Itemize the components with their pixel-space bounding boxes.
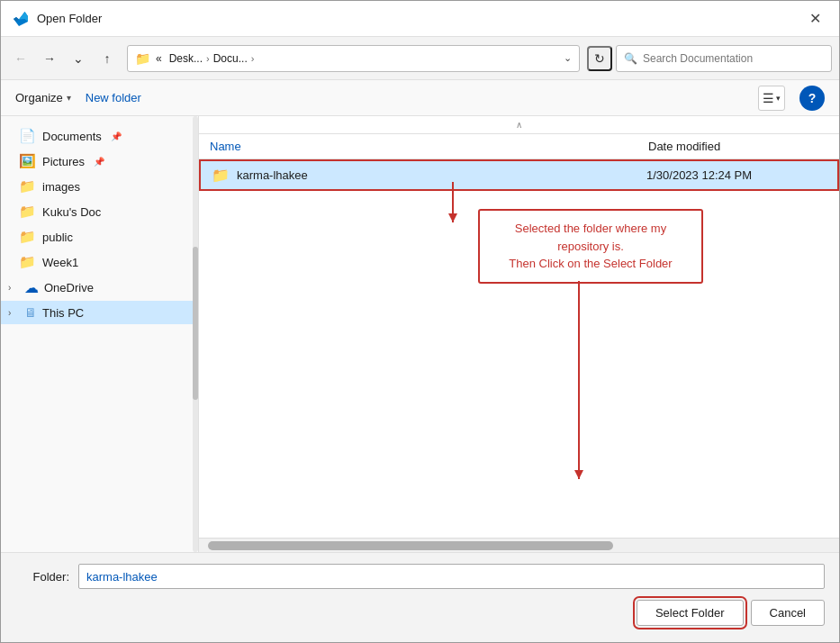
open-folder-dialog: Open Folder ✕ ← → ⌄ ↑ 📁 « Desk... › Docu…: [0, 0, 840, 643]
svg-marker-3: [574, 470, 583, 479]
onedrive-chevron-icon: ›: [8, 283, 19, 293]
column-headers: Name Date modified: [199, 134, 839, 159]
folder-icon-karma: 📁: [212, 167, 230, 184]
search-input[interactable]: [643, 52, 824, 65]
annotation-text-line1: Selected the folder where my repository …: [515, 222, 666, 253]
breadcrumb[interactable]: 📁 « Desk... › Docu... › ⌄: [127, 45, 580, 72]
folder-icon-kukusdoc: 📁: [19, 204, 35, 220]
back-button[interactable]: ←: [8, 46, 33, 71]
breadcrumb-docu: Docu...: [213, 52, 248, 65]
cancel-button[interactable]: Cancel: [751, 600, 825, 626]
column-name-header[interactable]: Name: [210, 140, 648, 153]
breadcrumb-folder-icon: 📁: [135, 51, 150, 66]
file-list: 📁 karma-lhakee 1/30/2023 12:24 PM Select…: [199, 159, 839, 538]
sidebar-item-label-documents: Documents: [42, 130, 102, 143]
view-button[interactable]: ☰ ▾: [758, 86, 785, 111]
breadcrumb-part-1: «: [156, 52, 162, 65]
horizontal-scrollbar[interactable]: [199, 538, 839, 552]
sidebar-item-label-pictures: Pictures: [42, 155, 85, 168]
search-icon: 🔍: [624, 52, 637, 65]
sidebar-item-images[interactable]: 📁 images: [1, 174, 198, 199]
annotation-callout: Selected the folder where my repository …: [478, 209, 703, 284]
select-folder-button[interactable]: Select Folder: [637, 600, 744, 626]
toolbar: Organize ▾ New folder ☰ ▾ ?: [1, 80, 839, 116]
sidebar-item-label-kukusdoc: Kuku's Doc: [42, 205, 101, 219]
sidebar-group-thispc[interactable]: › 🖥 This PC: [1, 301, 198, 324]
documents-icon: 📄: [19, 128, 35, 144]
sidebar-scrollbar-thumb[interactable]: [193, 247, 198, 399]
file-row-name-karma: karma-lhakee: [237, 168, 646, 182]
pin-icon-documents: 📌: [111, 131, 122, 141]
sidebar-item-pictures[interactable]: 🖼️ Pictures 📌: [1, 149, 198, 174]
scrollbar-thumb[interactable]: [208, 541, 613, 550]
sidebar: 📄 Documents 📌 🖼️ Pictures 📌 📁 images 📁 K…: [1, 116, 199, 552]
arrow-up-svg: [577, 281, 581, 479]
main-content: 📄 Documents 📌 🖼️ Pictures 📌 📁 images 📁 K…: [1, 116, 839, 552]
navigation-bar: ← → ⌄ ↑ 📁 « Desk... › Docu... › ⌄ ↻ 🔍: [1, 37, 839, 80]
close-button[interactable]: ✕: [801, 5, 828, 32]
folder-icon-images: 📁: [19, 178, 35, 195]
dropdown-button[interactable]: ⌄: [66, 46, 91, 71]
refresh-button[interactable]: ↻: [587, 46, 612, 71]
file-pane: ∧ Name Date modified 📁 karma-lhakee 1/30…: [199, 116, 839, 552]
sidebar-item-kukusdoc[interactable]: 📁 Kuku's Doc: [1, 199, 198, 224]
folder-row: Folder:: [1, 553, 839, 596]
file-row-date-karma: 1/30/2023 12:24 PM: [646, 168, 826, 182]
folder-input[interactable]: [78, 564, 825, 589]
help-button[interactable]: ?: [799, 86, 825, 111]
organize-chevron-icon: ▾: [67, 93, 71, 103]
dialog-title: Open Folder: [37, 12, 801, 25]
button-row: Select Folder Cancel: [1, 596, 839, 629]
thispc-chevron-icon: ›: [8, 308, 19, 318]
column-date-header: Date modified: [648, 140, 828, 153]
svg-marker-1: [448, 213, 457, 222]
new-folder-button[interactable]: New folder: [86, 91, 141, 104]
title-bar: Open Folder ✕: [1, 1, 839, 37]
sidebar-item-week1[interactable]: 📁 Week1: [1, 249, 198, 275]
table-row[interactable]: 📁 karma-lhakee 1/30/2023 12:24 PM: [199, 159, 839, 191]
breadcrumb-dropdown-arrow[interactable]: ⌄: [564, 52, 572, 64]
pictures-icon: 🖼️: [19, 153, 35, 169]
scroll-up-hint[interactable]: ∧: [199, 116, 839, 134]
view-icon: ☰: [763, 91, 774, 105]
sidebar-item-documents[interactable]: 📄 Documents 📌: [1, 123, 198, 149]
sidebar-item-public[interactable]: 📁 public: [1, 224, 198, 249]
folder-icon-public: 📁: [19, 229, 35, 245]
organize-button[interactable]: Organize ▾: [15, 91, 71, 104]
thispc-icon: 🖥: [24, 305, 37, 320]
breadcrumb-arrow-1: ›: [206, 53, 210, 64]
breadcrumb-desk: Desk...: [169, 52, 203, 65]
search-box[interactable]: 🔍: [616, 45, 832, 72]
folder-label: Folder:: [15, 570, 69, 584]
sidebar-group-onedrive[interactable]: › ☁ OneDrive: [1, 275, 198, 301]
forward-button[interactable]: →: [37, 46, 62, 71]
footer: Folder: Select Folder Cancel: [1, 552, 839, 642]
sidebar-item-label-week1: Week1: [42, 256, 78, 269]
arrow-down-svg: [451, 182, 455, 222]
pin-icon-pictures: 📌: [94, 157, 104, 167]
sidebar-scrollbar-track: [193, 116, 198, 552]
folder-icon-week1: 📁: [19, 254, 35, 270]
chevron-up-icon: ∧: [516, 120, 522, 130]
sidebar-group-label-thispc: This PC: [42, 306, 84, 320]
app-icon: [12, 10, 30, 28]
breadcrumb-arrow-2: ›: [251, 53, 255, 64]
view-dropdown-icon: ▾: [776, 94, 781, 103]
sidebar-item-label-public: public: [42, 231, 73, 244]
up-button[interactable]: ↑: [95, 46, 120, 71]
annotation-area: Selected the folder where my repository …: [199, 191, 839, 266]
sidebar-group-label-onedrive: OneDrive: [44, 281, 94, 294]
sidebar-item-label-images: images: [42, 180, 80, 194]
onedrive-icon: ☁: [24, 279, 39, 296]
annotation-text-line2: Then Click on the Select Folder: [509, 257, 672, 270]
